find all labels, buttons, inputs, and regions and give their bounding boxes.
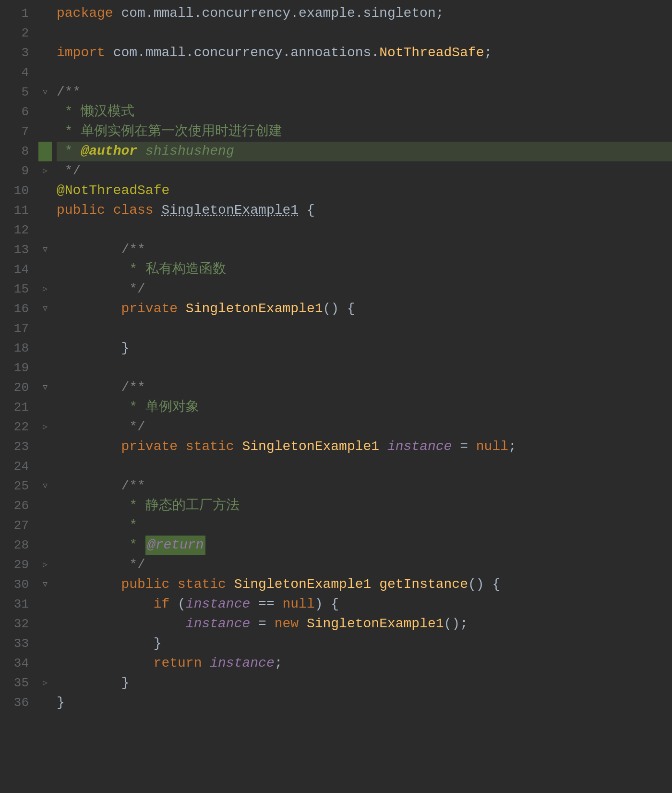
code-line-36: } bbox=[57, 693, 672, 713]
keyword-import: import bbox=[57, 43, 113, 63]
fold-arrow-16[interactable] bbox=[43, 304, 48, 315]
line-num-7: 7 bbox=[0, 122, 29, 142]
gutter-6 bbox=[38, 102, 52, 122]
code-line-13: /** bbox=[57, 240, 672, 260]
code-line-32: instance = new SingletonExample1(); bbox=[57, 614, 672, 634]
gutter-21 bbox=[38, 398, 52, 417]
if-brace-31: ) { bbox=[315, 595, 339, 614]
fold-arrow-5[interactable] bbox=[43, 87, 48, 98]
code-line-26: * 静态的工厂方法 bbox=[57, 496, 672, 516]
code-content: package com.mmall.concurrency.example.si… bbox=[52, 0, 672, 793]
gutter-30[interactable] bbox=[38, 575, 52, 595]
fold-arrow-9[interactable] bbox=[43, 166, 48, 177]
gutter-22[interactable] bbox=[38, 417, 52, 437]
type-singleton-30: SingletonExample1 bbox=[234, 575, 372, 595]
code-editor: 1 2 3 4 5 6 7 8 9 10 11 12 13 14 15 16 1… bbox=[0, 0, 672, 793]
eq-eq-31: == bbox=[250, 595, 282, 614]
fold-arrow-29[interactable] bbox=[43, 560, 48, 571]
gutter-25[interactable] bbox=[38, 476, 52, 496]
semi-23: ; bbox=[508, 437, 516, 457]
gutter-28 bbox=[38, 536, 52, 555]
comment-8-star: * bbox=[57, 142, 81, 161]
comment-27: * bbox=[57, 516, 137, 536]
javadoc-return-tag: @return bbox=[145, 536, 206, 555]
gutter-8 bbox=[38, 142, 52, 161]
gutter-20[interactable] bbox=[38, 378, 52, 398]
brace-open-11: { bbox=[299, 201, 315, 220]
comment-close-9: */ bbox=[57, 161, 81, 181]
code-line-11: public class SingletonExample1 { bbox=[57, 201, 672, 220]
code-line-9: */ bbox=[57, 161, 672, 181]
kw-return-34: return bbox=[57, 654, 210, 673]
gutter-17 bbox=[38, 319, 52, 339]
brace-close-method-35: } bbox=[57, 673, 129, 693]
line-num-3: 3 bbox=[0, 43, 29, 63]
kw-null-31: null bbox=[283, 595, 315, 614]
gutter-29[interactable] bbox=[38, 555, 52, 575]
comment-close-22: */ bbox=[57, 417, 145, 437]
gutter-10 bbox=[38, 181, 52, 201]
code-line-34: return instance; bbox=[57, 654, 672, 673]
gutter-14 bbox=[38, 260, 52, 280]
code-line-14: * 私有构造函数 bbox=[57, 260, 672, 280]
kw-public-30: public bbox=[57, 575, 178, 595]
comment-26: * 静态的工厂方法 bbox=[57, 496, 240, 516]
gutter-16[interactable] bbox=[38, 299, 52, 319]
line-num-1: 1 bbox=[0, 4, 29, 24]
code-line-27: * bbox=[57, 516, 672, 536]
line-num-4: 4 bbox=[0, 63, 29, 83]
line-num-13: 13 bbox=[0, 240, 29, 260]
assign-32: = bbox=[250, 614, 274, 634]
line-num-34: 34 bbox=[0, 654, 29, 673]
annotation-notthreadsafe: @NotThreadSafe bbox=[57, 181, 169, 201]
class-name-11: SingletonExample1 bbox=[161, 201, 299, 220]
line-num-25: 25 bbox=[0, 476, 29, 496]
fold-arrow-30[interactable] bbox=[43, 579, 48, 590]
gutter-11 bbox=[38, 201, 52, 220]
line-num-35: 35 bbox=[0, 673, 29, 693]
code-line-18: } bbox=[57, 339, 672, 358]
fold-arrow-15[interactable] bbox=[43, 284, 48, 295]
fold-arrow-13[interactable] bbox=[43, 244, 48, 256]
line-num-16: 16 bbox=[0, 299, 29, 319]
line-num-10: 10 bbox=[0, 181, 29, 201]
line-num-26: 26 bbox=[0, 496, 29, 516]
gutter-13[interactable] bbox=[38, 240, 52, 260]
line-num-27: 27 bbox=[0, 516, 29, 536]
import-name: com.mmall.concurrency.annoations. bbox=[113, 43, 380, 63]
line-num-28: 28 bbox=[0, 536, 29, 555]
line-num-19: 19 bbox=[0, 358, 29, 378]
gutter-32 bbox=[38, 614, 52, 634]
gutter-15[interactable] bbox=[38, 280, 52, 299]
fold-arrow-25[interactable] bbox=[43, 481, 48, 492]
fold-arrow-20[interactable] bbox=[43, 382, 48, 393]
package-name: com.mmall.concurrency.example.singleton; bbox=[121, 4, 444, 24]
line-num-32: 32 bbox=[0, 614, 29, 634]
brace-close-18: } bbox=[57, 339, 129, 358]
gutter-5[interactable] bbox=[38, 83, 52, 102]
code-line-3: import com.mmall.concurrency.annoations.… bbox=[57, 43, 672, 63]
space-23 bbox=[379, 437, 387, 457]
comment-close-15: */ bbox=[57, 280, 145, 299]
gutter-9[interactable] bbox=[38, 161, 52, 181]
code-line-6: * 懒汉模式 bbox=[57, 102, 672, 122]
code-line-1: package com.mmall.concurrency.example.si… bbox=[57, 4, 672, 24]
brace-close-if-33: } bbox=[57, 634, 161, 654]
fold-arrow-22[interactable] bbox=[43, 422, 48, 433]
gutter-27 bbox=[38, 516, 52, 536]
line-numbers: 1 2 3 4 5 6 7 8 9 10 11 12 13 14 15 16 1… bbox=[0, 0, 38, 793]
gutter-26 bbox=[38, 496, 52, 516]
gutter-1 bbox=[38, 4, 52, 24]
kw-new-32: new bbox=[275, 614, 307, 634]
constructor-call-32: SingletonExample1 bbox=[307, 614, 444, 634]
line-num-5: 5 bbox=[0, 83, 29, 102]
gutter-33 bbox=[38, 634, 52, 654]
code-line-25: /** bbox=[57, 476, 672, 496]
fold-arrow-35[interactable] bbox=[43, 678, 48, 689]
keyword-class-11: class bbox=[113, 201, 162, 220]
gutter-35[interactable] bbox=[38, 673, 52, 693]
var-instance-34: instance bbox=[210, 654, 274, 673]
code-line-22: */ bbox=[57, 417, 672, 437]
gutter-36 bbox=[38, 693, 52, 713]
comment-open-20: /** bbox=[57, 378, 145, 398]
